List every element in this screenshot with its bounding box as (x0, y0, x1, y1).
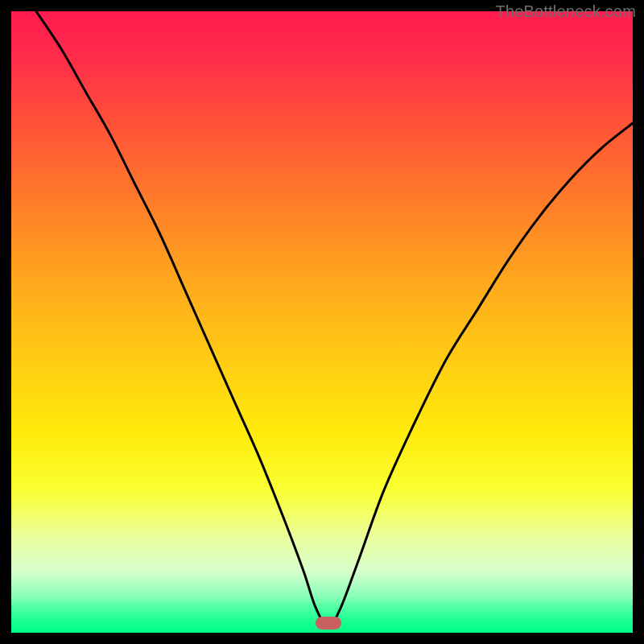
chart-gradient-area (11, 11, 633, 633)
optimal-marker (316, 617, 341, 630)
bottleneck-curve (11, 11, 633, 633)
watermark-text: TheBottleneck.com (495, 2, 636, 21)
